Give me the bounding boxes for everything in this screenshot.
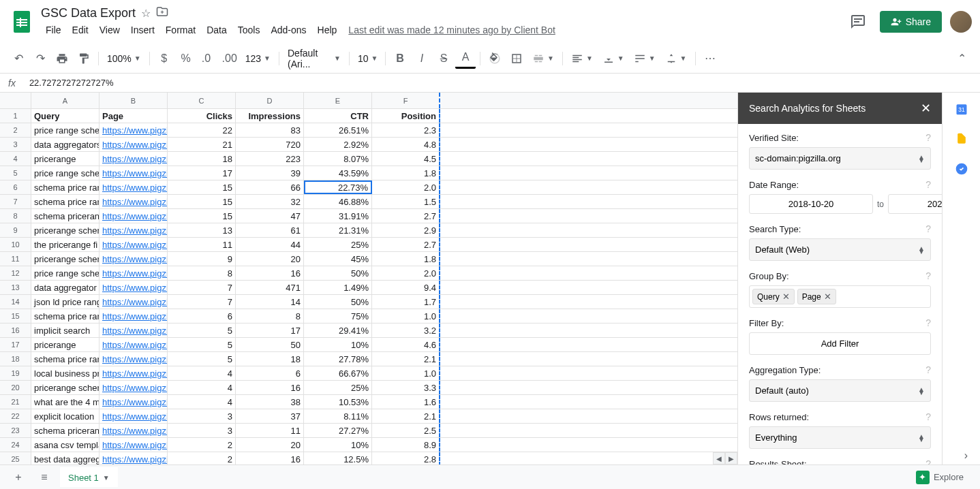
- cell[interactable]: 9: [168, 252, 236, 266]
- cell[interactable]: https://www.pigzi: [99, 338, 168, 351]
- cell[interactable]: pricerange scher: [31, 223, 99, 237]
- cell[interactable]: 45%: [304, 252, 372, 266]
- sheet-tab-1[interactable]: Sheet 1▼: [60, 467, 118, 487]
- select-all-corner[interactable]: [0, 93, 31, 108]
- cell[interactable]: 2: [168, 438, 236, 452]
- font-size-select[interactable]: 10▼: [354, 50, 381, 67]
- cell[interactable]: 21: [168, 138, 236, 151]
- cell[interactable]: 1.49%: [304, 281, 372, 294]
- move-icon[interactable]: [156, 5, 168, 20]
- cell[interactable]: 25%: [304, 238, 372, 251]
- cell[interactable]: 66: [236, 180, 304, 194]
- cell[interactable]: 9.4: [372, 281, 440, 294]
- cell[interactable]: 2.3: [372, 123, 440, 137]
- italic-button[interactable]: I: [412, 48, 432, 69]
- help-icon[interactable]: ?: [925, 411, 931, 422]
- cell[interactable]: https://www.pigzi: [99, 138, 168, 151]
- comments-button[interactable]: [844, 8, 872, 35]
- zoom-select[interactable]: 100%▼: [103, 50, 145, 67]
- help-icon[interactable]: ?: [925, 458, 931, 464]
- menu-file[interactable]: File: [41, 22, 66, 38]
- cell[interactable]: 2.92%: [304, 138, 372, 151]
- cell[interactable]: schema price rar: [31, 180, 99, 194]
- row-header[interactable]: 24: [0, 438, 31, 452]
- help-icon[interactable]: ?: [925, 270, 931, 281]
- cell[interactable]: 1.8: [372, 166, 440, 180]
- cell[interactable]: 4: [168, 395, 236, 409]
- cell[interactable]: https://www.pigzi: [99, 352, 168, 366]
- cell[interactable]: 7: [168, 281, 236, 294]
- cell[interactable]: 1.6: [372, 395, 440, 409]
- cell[interactable]: 16: [236, 381, 304, 394]
- cell[interactable]: 2.8: [372, 452, 440, 464]
- row-header[interactable]: 14: [0, 295, 31, 309]
- cell[interactable]: best data aggreg: [31, 452, 99, 464]
- cell[interactable]: https://www.pigzi: [99, 152, 168, 165]
- cell[interactable]: 13: [168, 223, 236, 237]
- cell[interactable]: 2.9: [372, 223, 440, 237]
- row-header[interactable]: 12: [0, 266, 31, 280]
- cell[interactable]: https://www.pigzi: [99, 166, 168, 180]
- row-header[interactable]: 19: [0, 366, 31, 380]
- cell[interactable]: pricerange: [31, 152, 99, 165]
- more-button[interactable]: ⋯: [700, 48, 720, 69]
- row-header[interactable]: 15: [0, 309, 31, 323]
- cell[interactable]: data aggregators: [31, 138, 99, 151]
- cell[interactable]: 4.5: [372, 152, 440, 165]
- scroll-left[interactable]: ◀: [713, 452, 725, 464]
- cell[interactable]: https://www.pigzi: [99, 438, 168, 452]
- close-icon[interactable]: ✕: [921, 101, 931, 116]
- cell[interactable]: 17: [168, 166, 236, 180]
- cell[interactable]: https://www.pigzi: [99, 180, 168, 194]
- cell[interactable]: 4: [168, 381, 236, 394]
- cell[interactable]: 2: [168, 452, 236, 464]
- cell[interactable]: https://www.pigzi: [99, 123, 168, 137]
- menu-addons[interactable]: Add-ons: [266, 22, 311, 38]
- help-icon[interactable]: ?: [925, 132, 931, 143]
- cell[interactable]: implicit search: [31, 324, 99, 337]
- cell[interactable]: local business pr: [31, 366, 99, 380]
- cell[interactable]: 2.5: [372, 424, 440, 437]
- cell[interactable]: 720: [236, 138, 304, 151]
- cell[interactable]: 8.11%: [304, 409, 372, 423]
- cell[interactable]: 6: [168, 309, 236, 323]
- increase-decimal-button[interactable]: .00: [219, 48, 240, 69]
- row-header[interactable]: 2: [0, 123, 31, 137]
- cell[interactable]: https://www.pigzi: [99, 395, 168, 409]
- row-header[interactable]: 3: [0, 138, 31, 151]
- borders-button[interactable]: [506, 48, 527, 69]
- fill-color-button[interactable]: [485, 48, 505, 69]
- row-header[interactable]: 20: [0, 381, 31, 394]
- number-format-select[interactable]: 123▼: [241, 50, 275, 67]
- cell[interactable]: 3.2: [372, 324, 440, 337]
- cell[interactable]: schema price rar: [31, 195, 99, 208]
- cell[interactable]: https://www.pigzi: [99, 366, 168, 380]
- cell[interactable]: pricerange scher: [31, 252, 99, 266]
- col-header-a[interactable]: A: [31, 93, 99, 108]
- text-wrap-button[interactable]: ▼: [630, 50, 660, 67]
- row-header[interactable]: 18: [0, 352, 31, 366]
- h-align-button[interactable]: ▼: [567, 50, 597, 67]
- cell[interactable]: schema priceran: [31, 424, 99, 437]
- explore-button[interactable]: ✦ Explore: [908, 467, 972, 488]
- row-header[interactable]: 1: [0, 109, 31, 123]
- cell[interactable]: 2.7: [372, 238, 440, 251]
- col-header-c[interactable]: C: [168, 93, 236, 108]
- all-sheets-button[interactable]: ≡: [34, 467, 55, 488]
- keep-icon[interactable]: [953, 131, 970, 147]
- text-rotation-button[interactable]: ▼: [661, 50, 691, 67]
- cell[interactable]: 10%: [304, 338, 372, 351]
- group-by-chips[interactable]: Query✕ Page✕: [749, 285, 931, 308]
- row-header[interactable]: 23: [0, 424, 31, 437]
- decrease-decimal-button[interactable]: .0: [198, 48, 218, 69]
- cell[interactable]: 17: [236, 324, 304, 337]
- percent-button[interactable]: %: [176, 48, 196, 69]
- cell[interactable]: 75%: [304, 309, 372, 323]
- cell[interactable]: 1.7: [372, 295, 440, 309]
- last-edit[interactable]: Last edit was made 12 minutes ago by Cli…: [348, 25, 555, 35]
- cell[interactable]: json ld price rang: [31, 295, 99, 309]
- row-header[interactable]: 5: [0, 166, 31, 180]
- cell[interactable]: what are the 4 m: [31, 395, 99, 409]
- search-type-select[interactable]: Default (Web)▲▼: [749, 238, 931, 261]
- cell[interactable]: 29.41%: [304, 324, 372, 337]
